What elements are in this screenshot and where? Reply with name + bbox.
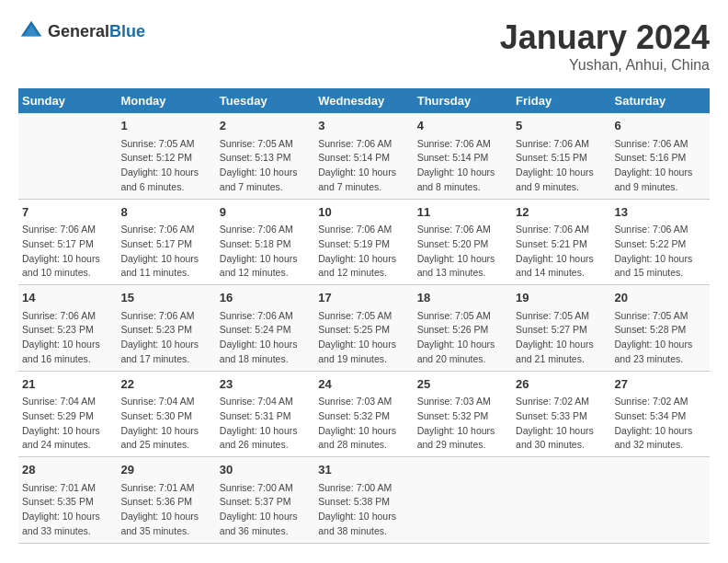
calendar-cell (611, 457, 710, 544)
day-number: 7 (22, 203, 113, 222)
calendar-cell: 17Sunrise: 7:05 AMSunset: 5:25 PMDayligh… (314, 285, 413, 372)
calendar-cell (18, 113, 117, 199)
day-number: 5 (516, 117, 607, 135)
calendar-cell: 14Sunrise: 7:06 AMSunset: 5:23 PMDayligh… (18, 285, 117, 372)
calendar-cell (512, 457, 610, 544)
day-number: 3 (318, 117, 409, 135)
calendar-cell: 9Sunrise: 7:06 AMSunset: 5:18 PMDaylight… (216, 199, 314, 285)
calendar-cell: 27Sunrise: 7:02 AMSunset: 5:34 PMDayligh… (611, 371, 710, 457)
week-row-1: 1Sunrise: 7:05 AMSunset: 5:12 PMDaylight… (18, 113, 710, 199)
day-number: 26 (516, 375, 607, 394)
calendar-cell: 15Sunrise: 7:06 AMSunset: 5:23 PMDayligh… (117, 285, 215, 372)
day-info: Sunrise: 7:06 AMSunset: 5:15 PMDaylight:… (516, 137, 607, 195)
day-info: Sunrise: 7:06 AMSunset: 5:14 PMDaylight:… (417, 137, 508, 195)
day-info: Sunrise: 7:04 AMSunset: 5:30 PMDaylight:… (120, 395, 211, 453)
week-row-5: 28Sunrise: 7:01 AMSunset: 5:35 PMDayligh… (18, 457, 710, 544)
day-info: Sunrise: 7:05 AMSunset: 5:26 PMDaylight:… (417, 309, 508, 367)
calendar-cell: 12Sunrise: 7:06 AMSunset: 5:21 PMDayligh… (512, 199, 610, 285)
day-info: Sunrise: 7:01 AMSunset: 5:36 PMDaylight:… (120, 481, 211, 539)
calendar-cell: 29Sunrise: 7:01 AMSunset: 5:36 PMDayligh… (117, 457, 215, 544)
week-row-3: 14Sunrise: 7:06 AMSunset: 5:23 PMDayligh… (18, 285, 710, 372)
day-number: 16 (220, 289, 311, 307)
day-number: 11 (417, 203, 508, 222)
calendar-cell: 16Sunrise: 7:06 AMSunset: 5:24 PMDayligh… (216, 285, 314, 372)
day-number: 25 (417, 375, 508, 394)
header-day-friday: Friday (512, 88, 610, 113)
day-info: Sunrise: 7:06 AMSunset: 5:14 PMDaylight:… (318, 137, 409, 195)
day-info: Sunrise: 7:02 AMSunset: 5:34 PMDaylight:… (615, 395, 706, 453)
day-info: Sunrise: 7:01 AMSunset: 5:35 PMDaylight:… (22, 481, 113, 539)
day-info: Sunrise: 7:06 AMSunset: 5:20 PMDaylight:… (417, 223, 508, 281)
day-info: Sunrise: 7:04 AMSunset: 5:31 PMDaylight:… (220, 395, 311, 453)
calendar-cell: 13Sunrise: 7:06 AMSunset: 5:22 PMDayligh… (611, 199, 710, 285)
day-info: Sunrise: 7:06 AMSunset: 5:17 PMDaylight:… (120, 223, 211, 281)
calendar-cell (414, 457, 512, 544)
calendar-cell: 2Sunrise: 7:05 AMSunset: 5:13 PMDaylight… (216, 113, 314, 199)
day-number: 22 (120, 375, 211, 394)
day-info: Sunrise: 7:06 AMSunset: 5:16 PMDaylight:… (615, 137, 706, 195)
day-info: Sunrise: 7:05 AMSunset: 5:13 PMDaylight:… (220, 137, 311, 195)
page-header: GeneralBlue January 2024 Yushan, Anhui, … (18, 18, 710, 74)
day-number: 27 (615, 375, 706, 394)
header-day-thursday: Thursday (414, 88, 512, 113)
calendar-cell: 28Sunrise: 7:01 AMSunset: 5:35 PMDayligh… (18, 457, 117, 544)
day-info: Sunrise: 7:05 AMSunset: 5:25 PMDaylight:… (318, 309, 409, 367)
day-info: Sunrise: 7:06 AMSunset: 5:18 PMDaylight:… (220, 223, 311, 281)
day-number: 9 (220, 203, 311, 222)
day-number: 12 (516, 203, 607, 222)
calendar-cell: 18Sunrise: 7:05 AMSunset: 5:26 PMDayligh… (414, 285, 512, 372)
logo-general: General (48, 22, 109, 40)
header-day-monday: Monday (117, 88, 215, 113)
logo-icon (18, 18, 44, 44)
calendar-cell: 4Sunrise: 7:06 AMSunset: 5:14 PMDaylight… (414, 113, 512, 199)
day-number: 21 (22, 375, 113, 394)
day-info: Sunrise: 7:00 AMSunset: 5:38 PMDaylight:… (318, 481, 409, 539)
calendar-cell: 10Sunrise: 7:06 AMSunset: 5:19 PMDayligh… (314, 199, 413, 285)
day-number: 6 (615, 117, 706, 135)
day-number: 20 (615, 289, 706, 307)
header-day-sunday: Sunday (18, 88, 117, 113)
calendar-cell: 26Sunrise: 7:02 AMSunset: 5:33 PMDayligh… (512, 371, 610, 457)
day-info: Sunrise: 7:06 AMSunset: 5:23 PMDaylight:… (22, 309, 113, 367)
calendar-cell: 31Sunrise: 7:00 AMSunset: 5:38 PMDayligh… (314, 457, 413, 544)
location-title: Yushan, Anhui, China (500, 57, 710, 74)
day-info: Sunrise: 7:05 AMSunset: 5:12 PMDaylight:… (120, 137, 211, 195)
day-info: Sunrise: 7:06 AMSunset: 5:22 PMDaylight:… (615, 223, 706, 281)
day-info: Sunrise: 7:00 AMSunset: 5:37 PMDaylight:… (220, 481, 311, 539)
day-number: 28 (22, 461, 113, 479)
header-day-wednesday: Wednesday (314, 88, 413, 113)
day-number: 17 (318, 289, 409, 307)
header-day-tuesday: Tuesday (216, 88, 314, 113)
logo: GeneralBlue (18, 18, 145, 44)
logo-blue: Blue (109, 22, 145, 40)
day-info: Sunrise: 7:06 AMSunset: 5:21 PMDaylight:… (516, 223, 607, 281)
calendar-cell: 11Sunrise: 7:06 AMSunset: 5:20 PMDayligh… (414, 199, 512, 285)
calendar-header: SundayMondayTuesdayWednesdayThursdayFrid… (18, 88, 710, 113)
day-number: 29 (120, 461, 211, 479)
day-number: 19 (516, 289, 607, 307)
calendar-cell: 21Sunrise: 7:04 AMSunset: 5:29 PMDayligh… (18, 371, 117, 457)
day-info: Sunrise: 7:05 AMSunset: 5:28 PMDaylight:… (615, 309, 706, 367)
week-row-4: 21Sunrise: 7:04 AMSunset: 5:29 PMDayligh… (18, 371, 710, 457)
day-number: 30 (220, 461, 311, 479)
day-info: Sunrise: 7:06 AMSunset: 5:23 PMDaylight:… (120, 309, 211, 367)
day-info: Sunrise: 7:03 AMSunset: 5:32 PMDaylight:… (417, 395, 508, 453)
calendar-cell: 3Sunrise: 7:06 AMSunset: 5:14 PMDaylight… (314, 113, 413, 199)
day-number: 4 (417, 117, 508, 135)
calendar-cell: 6Sunrise: 7:06 AMSunset: 5:16 PMDaylight… (611, 113, 710, 199)
calendar-cell: 24Sunrise: 7:03 AMSunset: 5:32 PMDayligh… (314, 371, 413, 457)
month-title: January 2024 (500, 18, 710, 57)
day-info: Sunrise: 7:06 AMSunset: 5:19 PMDaylight:… (318, 223, 409, 281)
day-number: 13 (615, 203, 706, 222)
calendar-cell: 20Sunrise: 7:05 AMSunset: 5:28 PMDayligh… (611, 285, 710, 372)
day-info: Sunrise: 7:04 AMSunset: 5:29 PMDaylight:… (22, 395, 113, 453)
day-number: 15 (120, 289, 211, 307)
day-info: Sunrise: 7:06 AMSunset: 5:24 PMDaylight:… (220, 309, 311, 367)
day-number: 14 (22, 289, 113, 307)
day-number: 18 (417, 289, 508, 307)
day-number: 10 (318, 203, 409, 222)
calendar-cell: 1Sunrise: 7:05 AMSunset: 5:12 PMDaylight… (117, 113, 215, 199)
day-number: 24 (318, 375, 409, 394)
day-info: Sunrise: 7:06 AMSunset: 5:17 PMDaylight:… (22, 223, 113, 281)
day-info: Sunrise: 7:05 AMSunset: 5:27 PMDaylight:… (516, 309, 607, 367)
